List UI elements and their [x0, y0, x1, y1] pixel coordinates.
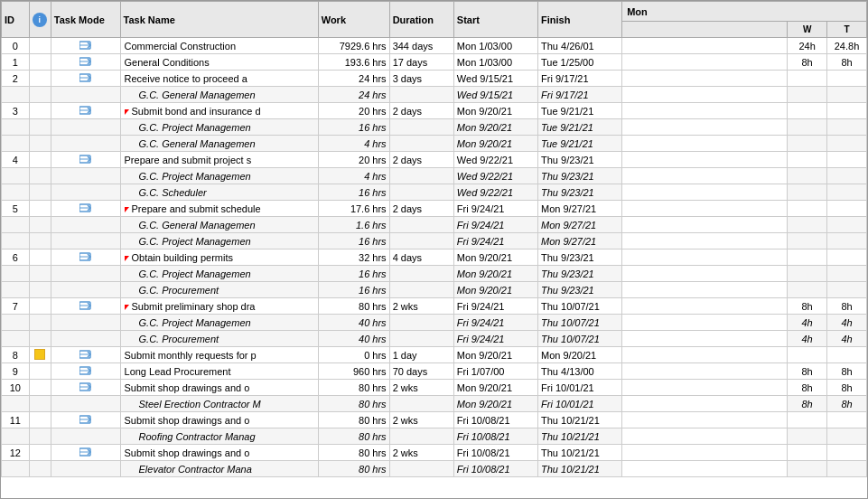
main-grid: ID i Task Mode Task Name Work Duration — [0, 0, 868, 499]
cell-work: 16 hrs — [318, 282, 389, 298]
cell-taskname: Submit monthly requests for p — [120, 347, 318, 363]
table-row: G.C. General Managemen4 hrsMon 9/20/21Tu… — [2, 136, 867, 152]
cell-id: 8 — [2, 347, 30, 363]
cell-finish: Thu 9/23/21 — [538, 282, 622, 298]
table-row: G.C. Scheduler16 hrsWed 9/22/21Thu 9/23/… — [2, 184, 867, 201]
flag-icon — [125, 207, 129, 212]
cell-gantt — [622, 315, 788, 331]
cell-id: 11 — [2, 412, 30, 428]
task-name-text: Submit preliminary shop dra — [132, 301, 256, 312]
cell-gantt — [622, 445, 788, 461]
cell-info — [29, 168, 51, 184]
auto-schedule-icon — [79, 202, 92, 213]
cell-id: 10 — [2, 380, 30, 396]
cell-start: Mon 9/20/21 — [453, 396, 537, 412]
task-name-text: G.C. Project Managemen — [139, 122, 251, 133]
duration-label: Duration — [393, 14, 434, 25]
task-name-text: Receive notice to proceed a — [125, 73, 247, 84]
table-row: Roofing Contractor Manag80 hrsFri 10/08/… — [2, 428, 867, 445]
cell-id: 12 — [2, 445, 30, 461]
cell-finish: Thu 10/21/21 — [538, 461, 622, 477]
cell-id — [2, 331, 30, 347]
cell-duration — [389, 87, 453, 103]
cell-t — [827, 412, 867, 428]
cell-t — [827, 201, 867, 217]
cell-work: 16 hrs — [318, 266, 389, 282]
cell-finish: Mon 9/27/21 — [538, 201, 622, 217]
cell-duration: 2 wks — [389, 412, 453, 428]
cell-start: Mon 9/20/21 — [453, 103, 537, 119]
cell-work: 16 hrs — [318, 184, 389, 201]
cell-taskmode — [51, 315, 120, 331]
cell-info — [29, 103, 51, 119]
cell-taskname: G.C. Project Managemen — [120, 168, 318, 184]
info-icon: i — [33, 13, 47, 27]
cell-gantt — [622, 217, 788, 233]
cell-taskmode — [51, 461, 120, 477]
cell-start: Mon 9/20/21 — [453, 250, 537, 266]
cell-info — [29, 71, 51, 87]
cell-w — [788, 168, 827, 184]
cell-start: Fri 9/24/21 — [453, 331, 537, 347]
task-name-text: Commercial Construction — [125, 41, 236, 52]
cell-finish: Fri 10/01/21 — [538, 396, 622, 412]
cell-info — [29, 282, 51, 298]
cell-work: 80 hrs — [318, 380, 389, 396]
cell-work: 1.6 hrs — [318, 217, 389, 233]
cell-gantt — [622, 54, 788, 71]
cell-duration — [389, 266, 453, 282]
cell-t — [827, 461, 867, 477]
cell-t — [827, 445, 867, 461]
table-row: G.C. Project Managemen16 hrsMon 9/20/21T… — [2, 266, 867, 282]
cell-duration — [389, 184, 453, 201]
cell-taskname: Submit shop drawings and o — [120, 445, 318, 461]
cell-finish: Thu 10/21/21 — [538, 445, 622, 461]
cell-info — [29, 152, 51, 168]
cell-finish: Mon 9/20/21 — [538, 347, 622, 363]
cell-finish: Thu 9/23/21 — [538, 168, 622, 184]
task-name-text: Submit shop drawings and o — [125, 415, 250, 426]
table-row: G.C. Project Managemen40 hrsFri 9/24/21T… — [2, 315, 867, 331]
task-name-text: G.C. Project Managemen — [139, 171, 251, 182]
cell-taskname: Submit preliminary shop dra — [120, 298, 318, 315]
cell-work: 4 hrs — [318, 168, 389, 184]
auto-schedule-icon — [79, 381, 92, 392]
cell-w: 4h — [788, 331, 827, 347]
cell-w — [788, 136, 827, 152]
cell-w — [788, 201, 827, 217]
cell-gantt — [622, 184, 788, 201]
cell-taskmode — [51, 87, 120, 103]
cell-taskname: Receive notice to proceed a — [120, 71, 318, 87]
cell-gantt — [622, 250, 788, 266]
cell-duration — [389, 461, 453, 477]
cell-info — [29, 266, 51, 282]
auto-schedule-icon — [79, 40, 92, 51]
cell-taskname: Commercial Construction — [120, 38, 318, 54]
cell-info — [29, 201, 51, 217]
task-name-text: Submit bond and insurance d — [132, 106, 261, 117]
auto-schedule-icon — [79, 251, 92, 262]
table-row: 5 Prepare and submit schedule17.6 hrs2 d… — [2, 201, 867, 217]
cell-start: Fri 9/24/21 — [453, 201, 537, 217]
cell-finish: Thu 10/21/21 — [538, 412, 622, 428]
table-row: 0 Commercial Construction7929.6 hrs344 d… — [2, 38, 867, 54]
cell-taskname: General Conditions — [120, 54, 318, 71]
auto-schedule-icon — [79, 365, 92, 376]
cell-w — [788, 71, 827, 87]
cell-gantt — [622, 201, 788, 217]
cell-finish: Thu 9/23/21 — [538, 152, 622, 168]
task-name-text: G.C. General Managemen — [139, 138, 256, 149]
col-header-w: W — [788, 22, 827, 38]
table-row: 3 Submit bond and insurance d20 hrs2 day… — [2, 103, 867, 119]
cell-t — [827, 136, 867, 152]
cell-gantt — [622, 347, 788, 363]
cell-id — [2, 136, 30, 152]
cell-t: 24.8h — [827, 38, 867, 54]
cell-taskname: Prepare and submit project s — [120, 152, 318, 168]
cell-start: Fri 10/08/21 — [453, 445, 537, 461]
cell-taskname: G.C. Scheduler — [120, 184, 318, 201]
cell-work: 40 hrs — [318, 315, 389, 331]
task-name-text: Steel Erection Contractor M — [139, 399, 261, 410]
cell-finish: Fri 9/17/21 — [538, 87, 622, 103]
cell-start: Mon 9/20/21 — [453, 380, 537, 396]
